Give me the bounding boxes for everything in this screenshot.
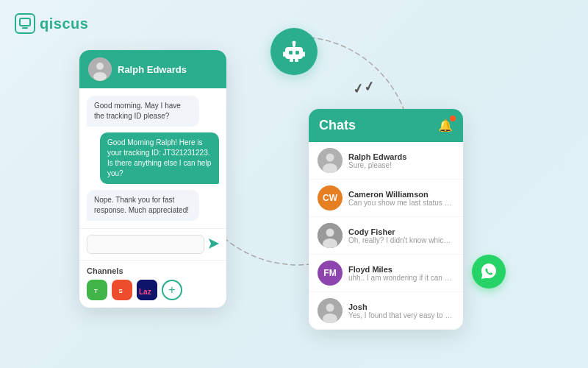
list-item[interactable]: CW Cameron Williamson Can you show me la…: [309, 180, 463, 217]
contact-name: Floyd Miles: [348, 265, 454, 274]
chat-list: Ralph Edwards Sure, please! CW Cameron W…: [309, 142, 463, 330]
msg-outgoing-1: Good Morning Ralph! Here is your trackin…: [100, 132, 219, 184]
bell-icon: 🔔: [438, 119, 453, 132]
contact-name: Cameron Williamson: [348, 190, 454, 199]
message-preview: Yes, I found that very easy to und...: [348, 311, 454, 319]
msg-incoming-1: Good morning. May I have the tracking ID…: [87, 96, 199, 127]
logo: qiscus: [15, 13, 88, 34]
svg-rect-1: [22, 27, 28, 29]
avatar: [318, 223, 343, 248]
list-item[interactable]: Josh Yes, I found that very easy to und.…: [309, 292, 463, 330]
svg-rect-5: [295, 51, 299, 54]
svg-text:S: S: [119, 288, 123, 294]
channel-icons: T S Laz +: [87, 280, 219, 300]
list-info: Floyd Miles uhh.. I am wondering if it c…: [348, 265, 454, 282]
svg-rect-10: [290, 59, 293, 62]
chat-input-row: [79, 228, 226, 260]
notification-badge: [450, 116, 456, 121]
chat-header: Ralph Edwards: [79, 50, 226, 88]
add-channel-button[interactable]: +: [162, 280, 182, 300]
chats-title: Chats: [319, 118, 356, 133]
message-preview: Oh, really? I didn't know which t...: [348, 236, 454, 244]
chat-avatar: [88, 57, 112, 81]
avatar: [318, 148, 343, 173]
svg-rect-9: [303, 52, 305, 57]
svg-text:Laz: Laz: [139, 288, 151, 296]
svg-point-13: [96, 63, 104, 70]
chat-panel: Ralph Edwards Good morning. May I have t…: [79, 50, 226, 308]
list-item[interactable]: Ralph Edwards Sure, please!: [309, 142, 463, 180]
list-info: Josh Yes, I found that very easy to und.…: [348, 302, 454, 319]
svg-marker-15: [209, 238, 219, 249]
send-button[interactable]: [209, 238, 219, 251]
svg-text:T: T: [94, 288, 98, 294]
channels-section: Channels T S Laz +: [79, 260, 226, 308]
chats-header: Chats 🔔: [309, 109, 463, 142]
message-preview: Can you show me last status of...: [348, 199, 454, 207]
shopee-channel[interactable]: S: [112, 280, 132, 300]
list-item[interactable]: Cody Fisher Oh, really? I didn't know wh…: [309, 217, 463, 255]
chats-panel: Chats 🔔 Ralph Edwards Sure, please! CW: [309, 109, 463, 330]
contact-name: Cody Fisher: [348, 227, 454, 236]
list-info: Ralph Edwards Sure, please!: [348, 152, 454, 169]
svg-rect-11: [295, 59, 298, 62]
svg-point-26: [326, 229, 334, 237]
chat-messages: Good morning. May I have the tracking ID…: [79, 88, 226, 228]
svg-rect-3: [285, 47, 303, 59]
bell-container[interactable]: 🔔: [438, 118, 453, 132]
svg-rect-8: [283, 52, 285, 57]
chat-header-name: Ralph Edwards: [118, 64, 187, 75]
avatar: [318, 298, 343, 323]
svg-rect-0: [20, 18, 30, 26]
list-item[interactable]: FM Floyd Miles uhh.. I am wondering if i…: [309, 255, 463, 292]
chat-input[interactable]: [87, 235, 204, 254]
contact-name: Ralph Edwards: [348, 152, 454, 161]
list-info: Cody Fisher Oh, really? I didn't know wh…: [348, 227, 454, 244]
svg-point-23: [326, 154, 334, 162]
avatar: CW: [318, 185, 343, 210]
list-info: Cameron Williamson Can you show me last …: [348, 190, 454, 207]
svg-point-14: [93, 72, 107, 81]
message-preview: uhh.. I am wondering if it can be...: [348, 274, 454, 282]
lazada-channel[interactable]: Laz: [137, 280, 157, 300]
avatar: FM: [318, 261, 343, 286]
tokopedia-channel[interactable]: T: [87, 280, 107, 300]
svg-point-29: [326, 304, 334, 312]
whatsapp-icon[interactable]: [472, 255, 506, 289]
message-preview: Sure, please!: [348, 161, 454, 169]
msg-incoming-2: Nope. Thank you for fast response. Much …: [87, 190, 199, 221]
contact-name: Josh: [348, 302, 454, 311]
channels-label: Channels: [87, 266, 219, 275]
svg-point-7: [293, 41, 296, 45]
robot-icon: [281, 38, 307, 65]
robot-avatar: [270, 28, 318, 75]
logo-icon: [15, 13, 35, 34]
svg-rect-4: [289, 51, 293, 54]
logo-text: qiscus: [40, 15, 88, 32]
